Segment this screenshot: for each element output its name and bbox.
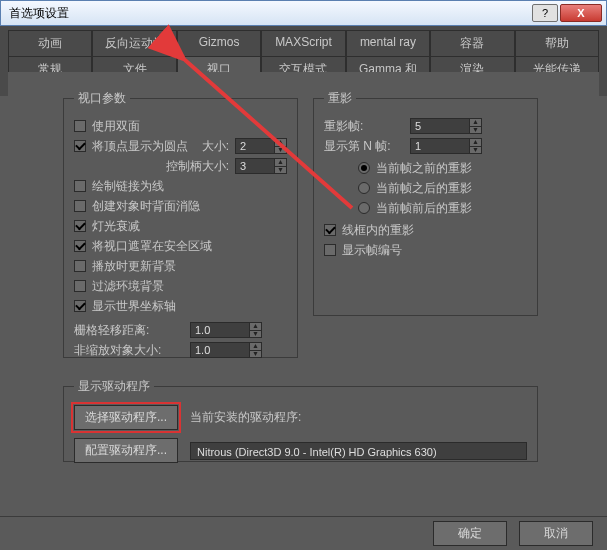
window-title: 首选项设置 [5, 5, 530, 22]
content-pane: 视口参数 使用双面 将顶点显示为圆点 大小: 2 ▲▼ 控制柄大小: 3 ▲▼ … [8, 72, 599, 510]
tab-Gizmos[interactable]: Gizmos [177, 30, 261, 56]
lbl-show-frame-num: 显示帧编号 [342, 242, 402, 259]
group-driver-legend: 显示驱动程序 [74, 378, 154, 395]
lbl-world-axis: 显示世界坐标轴 [92, 298, 176, 315]
chk-use-dual-face[interactable] [74, 120, 86, 132]
down-icon[interactable]: ▼ [470, 127, 481, 134]
group-viewport-legend: 视口参数 [74, 90, 130, 107]
spinner-show-nth[interactable]: 1 ▲▼ [410, 138, 482, 154]
config-driver-button[interactable]: 配置驱动程序... [74, 438, 178, 463]
tab-mental ray[interactable]: mental ray [346, 30, 430, 56]
group-ghosting: 重影 重影帧: 5 ▲▼ 显示第 N 帧: 1 ▲▼ 当前帧之前的重影 当前帧之… [313, 90, 538, 316]
lbl-update-bg: 播放时更新背景 [92, 258, 176, 275]
down-icon[interactable]: ▼ [275, 147, 286, 154]
lbl-ghost-both: 当前帧前后的重影 [376, 200, 472, 217]
chk-world-axis[interactable] [74, 300, 86, 312]
lbl-mask-safe: 将视口遮罩在安全区域 [92, 238, 212, 255]
down-icon[interactable]: ▼ [470, 147, 481, 154]
chk-update-bg[interactable] [74, 260, 86, 272]
spinner-handle-size[interactable]: 3 ▲▼ [235, 158, 287, 174]
chk-vertex-as-dot[interactable] [74, 140, 86, 152]
down-icon[interactable]: ▼ [250, 351, 261, 358]
tab-反向运动学[interactable]: 反向运动学 [92, 30, 176, 56]
lbl-current-driver: 当前安装的驱动程序: [190, 409, 301, 426]
title-bar: 首选项设置 ? X [0, 0, 607, 26]
lbl-handle-size: 控制柄大小: [166, 158, 229, 175]
chk-filter-env[interactable] [74, 280, 86, 292]
lbl-links-as-line: 绘制链接为线 [92, 178, 164, 195]
lbl-ghost-frames: 重影帧: [324, 118, 404, 135]
lbl-show-nth: 显示第 N 帧: [324, 138, 404, 155]
lbl-filter-env: 过滤环境背景 [92, 278, 164, 295]
lbl-wireframe-ghost: 线框内的重影 [342, 222, 414, 239]
radio-ghost-before[interactable] [358, 162, 370, 174]
tab-帮助[interactable]: 帮助 [515, 30, 599, 56]
group-display-driver: 显示驱动程序 选择驱动程序... 当前安装的驱动程序: 配置驱动程序... Ni… [63, 378, 538, 462]
help-button[interactable]: ? [532, 4, 558, 22]
spinner-grid-nudge[interactable]: 1.0 ▲▼ [190, 322, 262, 338]
spinner-dot-size[interactable]: 2 ▲▼ [235, 138, 287, 154]
group-ghost-legend: 重影 [324, 90, 356, 107]
choose-driver-button[interactable]: 选择驱动程序... [74, 405, 178, 430]
down-icon[interactable]: ▼ [250, 331, 261, 338]
radio-ghost-both[interactable] [358, 202, 370, 214]
spinner-ghost-frames[interactable]: 5 ▲▼ [410, 118, 482, 134]
lbl-ghost-before: 当前帧之前的重影 [376, 160, 472, 177]
chk-backface-cull[interactable] [74, 200, 86, 212]
ok-button[interactable]: 确定 [433, 521, 507, 546]
tab-动画[interactable]: 动画 [8, 30, 92, 56]
group-viewport-params: 视口参数 使用双面 将顶点显示为圆点 大小: 2 ▲▼ 控制柄大小: 3 ▲▼ … [63, 90, 298, 358]
chk-mask-safe[interactable] [74, 240, 86, 252]
current-driver-value: Nitrous (Direct3D 9.0 - Intel(R) HD Grap… [190, 442, 527, 460]
lbl-vertex-as-dot: 将顶点显示为圆点 [92, 138, 188, 155]
chk-wireframe-ghost[interactable] [324, 224, 336, 236]
down-icon[interactable]: ▼ [275, 167, 286, 174]
cancel-button[interactable]: 取消 [519, 521, 593, 546]
lbl-nonscale: 非缩放对象大小: [74, 342, 184, 359]
radio-ghost-after[interactable] [358, 182, 370, 194]
lbl-backface-cull: 创建对象时背面消隐 [92, 198, 200, 215]
chk-links-as-line[interactable] [74, 180, 86, 192]
tab-MAXScript[interactable]: MAXScript [261, 30, 345, 56]
spinner-nonscale[interactable]: 1.0 ▲▼ [190, 342, 262, 358]
lbl-dot-size: 大小: [202, 138, 229, 155]
dialog-footer: 确定 取消 [0, 516, 607, 550]
chk-show-frame-num[interactable] [324, 244, 336, 256]
lbl-light-attenuation: 灯光衰减 [92, 218, 140, 235]
chk-light-attenuation[interactable] [74, 220, 86, 232]
lbl-use-dual-face: 使用双面 [92, 118, 140, 135]
tab-容器[interactable]: 容器 [430, 30, 514, 56]
lbl-grid-nudge: 栅格轻移距离: [74, 322, 184, 339]
tab-row-1: 动画反向运动学GizmosMAXScriptmental ray容器帮助 [8, 30, 599, 56]
lbl-ghost-after: 当前帧之后的重影 [376, 180, 472, 197]
close-button[interactable]: X [560, 4, 602, 22]
